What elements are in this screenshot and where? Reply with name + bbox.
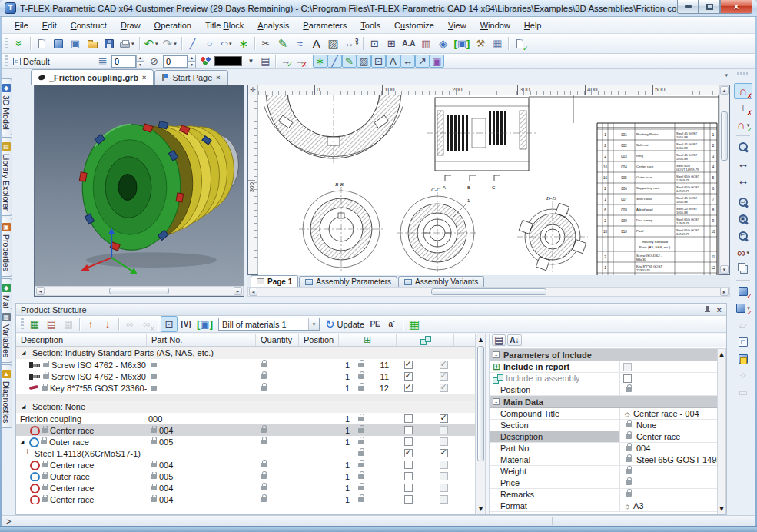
view-options-icon[interactable]: ∞▾: [734, 244, 752, 261]
check-3d-model-icon[interactable]: ✓: [734, 283, 752, 299]
3d-fragment-icon[interactable]: ◈: [434, 35, 451, 52]
scroll-thumb[interactable]: [431, 288, 546, 295]
bom-report-icon[interactable]: PE: [367, 316, 383, 332]
fragment-insert-icon[interactable]: ⊡: [366, 35, 383, 52]
column-header-quantity[interactable]: Quantity: [256, 334, 299, 346]
include-report-checkbox[interactable]: [404, 495, 413, 504]
property-value[interactable]: [620, 361, 717, 372]
bom-update-icon[interactable]: ↻Update: [323, 316, 367, 332]
new-3d-document-icon[interactable]: [50, 35, 67, 52]
sketch-tool-icon[interactable]: ✎: [274, 35, 291, 52]
include-report-checkbox[interactable]: [404, 384, 413, 392]
include-report-checkbox[interactable]: [404, 449, 413, 457]
menu-help[interactable]: Help: [517, 19, 549, 32]
scroll-left-icon[interactable]: ◂: [36, 287, 45, 295]
table-row[interactable]: ◢Outer race0051: [16, 436, 475, 447]
value-checkbox[interactable]: [623, 374, 632, 383]
bom-add-row-icon[interactable]: ▦: [26, 316, 43, 332]
column-header-include-assembly[interactable]: [397, 334, 454, 346]
spin-down-icon[interactable]: ▼: [136, 62, 144, 68]
sidebar-tab-diagnostics[interactable]: ▲Diagnostics: [1, 364, 12, 428]
table-row[interactable]: └Steel 1.4113(X6CrMoS17-1): [16, 447, 475, 459]
zoom-page-icon[interactable]: ▭: [734, 194, 752, 210]
menu-view[interactable]: View: [441, 19, 473, 32]
text-tool-icon[interactable]: A: [308, 35, 325, 52]
pin-icon[interactable]: [704, 306, 711, 313]
document-tab-start-page[interactable]: Start Page×: [154, 70, 227, 85]
filter-leader-toggle[interactable]: ↗: [415, 55, 430, 68]
table-row[interactable]: Center race0041: [16, 494, 475, 505]
toolbar-grip[interactable]: [5, 38, 8, 50]
scroll-down-icon[interactable]: ▾: [720, 265, 729, 274]
line-tool-icon[interactable]: ╱: [184, 35, 201, 52]
current-color-swatch[interactable]: [214, 56, 242, 66]
include-assembly-checkbox[interactable]: [440, 384, 448, 392]
toolbar-grip[interactable]: [5, 55, 8, 68]
property-row-format[interactable]: Format☼A3: [490, 500, 717, 512]
save-document-icon[interactable]: [101, 35, 118, 52]
page-tab-assembly-parameters[interactable]: Assembly Parameters: [299, 276, 397, 287]
tab-close-icon[interactable]: ×: [216, 74, 220, 81]
collapse-icon[interactable]: -: [493, 351, 500, 358]
horizontal-ruler[interactable]: 0100200300400500600: [258, 85, 719, 95]
include-assembly-checkbox[interactable]: [440, 372, 448, 381]
table-row[interactable]: Center race0041: [16, 482, 475, 494]
fit-page-width-icon[interactable]: ↔: [734, 155, 752, 171]
bom-move-down-icon[interactable]: ↓: [99, 316, 116, 332]
tab-scroll-button[interactable]: ▾: [725, 72, 728, 78]
include-assembly-checkbox[interactable]: [440, 426, 448, 434]
scroll-thumb[interactable]: [477, 346, 484, 461]
layer-field[interactable]: [111, 55, 136, 68]
include-assembly-checkbox[interactable]: [440, 449, 448, 457]
calculator-icon[interactable]: ▦: [489, 35, 506, 52]
include-report-checkbox[interactable]: [404, 372, 413, 381]
property-row-material[interactable]: MaterialSteel 65G GOST 14959-79: [490, 454, 717, 466]
vertical-ruler[interactable]: 300: [248, 95, 258, 274]
property-row-remarks[interactable]: Remarks: [490, 489, 717, 500]
scroll-thumb[interactable]: [721, 111, 728, 161]
property-value[interactable]: Steel 65G GOST 14959-79: [620, 454, 717, 465]
colors-icon[interactable]: [198, 55, 213, 68]
link-cancel-icon[interactable]: →✗: [293, 55, 307, 68]
line-style-icon[interactable]: ▤: [258, 55, 273, 68]
bom-assembly-icon[interactable]: ▣: [194, 316, 215, 332]
page-tab-page-1[interactable]: Page 1: [251, 275, 298, 287]
property-value[interactable]: [620, 373, 717, 384]
toolbar-grip[interactable]: [21, 318, 24, 331]
table-row[interactable]: Screw ISO 4762 - M6x30111: [16, 371, 475, 382]
priority-icon[interactable]: ⊘: [147, 55, 161, 68]
menu-customize[interactable]: Customize: [387, 19, 441, 32]
table-row[interactable]: Key 8*7*55 GOST 23360-78112: [16, 382, 475, 394]
include-assembly-checkbox[interactable]: [440, 461, 448, 469]
property-value[interactable]: [620, 384, 717, 395]
menu-analysis[interactable]: Analysis: [251, 19, 296, 32]
column-header-position[interactable]: Position: [299, 334, 339, 346]
include-report-checkbox[interactable]: [404, 484, 413, 492]
open-document-icon[interactable]: [84, 35, 101, 52]
property-value[interactable]: ☼Center race - 004: [620, 408, 717, 419]
property-row-section[interactable]: SectionNone: [490, 420, 717, 431]
menu-parameters[interactable]: Parameters: [296, 19, 354, 32]
filter-construction-toggle[interactable]: ╱: [327, 55, 342, 68]
property-row-include-in-report[interactable]: ⊞Include in report: [490, 361, 717, 373]
include-report-checkbox[interactable]: [404, 426, 413, 434]
trim-tool-icon[interactable]: ✂: [257, 35, 274, 52]
page-manager-icon[interactable]: [734, 261, 752, 278]
node-tool-icon[interactable]: ∗: [235, 35, 252, 52]
3d-viewport[interactable]: [35, 85, 244, 286]
include-assembly-checkbox[interactable]: [440, 361, 448, 369]
property-group-main-data[interactable]: -Main Data: [490, 396, 717, 408]
ellipse-tool-icon[interactable]: ○▾: [218, 35, 235, 52]
spin-up-icon[interactable]: ▲: [136, 55, 144, 62]
property-value[interactable]: Center race: [620, 431, 717, 442]
tab-close-icon[interactable]: ×: [142, 74, 146, 81]
filter-nodes-toggle[interactable]: ∗: [313, 55, 327, 68]
bom-titleblock-icon[interactable]: a´: [383, 316, 400, 332]
wireframe-view-icon[interactable]: [734, 334, 752, 350]
bom-properties-icon[interactable]: ⊡: [161, 316, 178, 332]
props-categorized-icon[interactable]: ▤: [492, 334, 506, 346]
property-value[interactable]: [620, 477, 717, 488]
color-dropdown-icon[interactable]: ▼: [244, 55, 258, 68]
bom-variables-icon[interactable]: {V}: [178, 316, 194, 332]
dimension-tool-icon[interactable]: ↔5▾: [342, 35, 361, 52]
